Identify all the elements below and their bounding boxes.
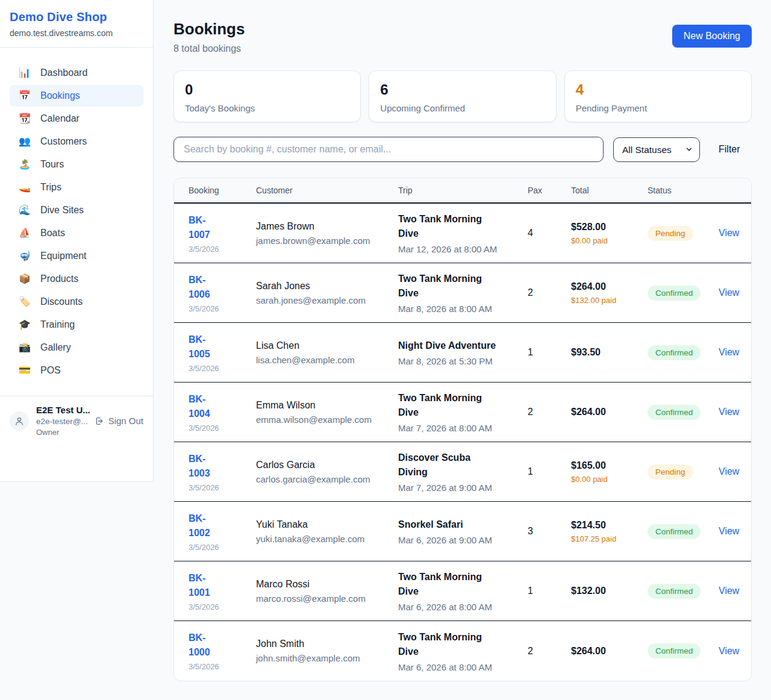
trip-cell: Two Tank Morning Dive Mar 8, 2026 at 8:0…	[398, 272, 528, 314]
customer-cell: Marco Rossi marco.rossi@example.com	[256, 579, 398, 604]
status-cell: Confirmed	[648, 405, 719, 420]
view-link[interactable]: View	[719, 646, 739, 657]
sidebar-item-gallery[interactable]: 📸 Gallery	[10, 337, 143, 358]
sidebar-item-equipment[interactable]: 🤿 Equipment	[10, 245, 143, 267]
view-link[interactable]: View	[719, 347, 739, 358]
trip-name: Two Tank Morning Dive	[398, 272, 502, 301]
booking-id-link[interactable]: BK-1006	[189, 273, 227, 302]
total-cell: $132.00	[571, 586, 648, 596]
booking-cell: BK-1006 3/5/2026	[189, 273, 256, 313]
customer-name: Emma Wilson	[256, 400, 398, 411]
calendar-icon: 📆	[18, 114, 31, 123]
filter-row: All Statuses Filter	[173, 137, 752, 162]
sidebar-item-trips[interactable]: 🚤 Trips	[10, 177, 143, 198]
sidebar-item-bookings[interactable]: 📅 Bookings	[10, 85, 143, 107]
view-link[interactable]: View	[719, 228, 739, 239]
stats-row: 0 Today's Bookings 6 Upcoming Confirmed …	[173, 70, 752, 122]
sidebar-item-dashboard[interactable]: 📊 Dashboard	[10, 62, 143, 84]
trip-cell: Two Tank Morning Dive Mar 12, 2026 at 8:…	[398, 212, 528, 254]
column-header-pax: Pax	[528, 186, 571, 195]
filter-button[interactable]: Filter	[719, 144, 740, 155]
status-cell: Confirmed	[648, 643, 719, 658]
customer-cell: John Smith john.smith@example.com	[256, 639, 398, 663]
sidebar-item-boats[interactable]: ⛵ Boats	[10, 222, 143, 244]
logout-icon	[95, 416, 104, 426]
view-link[interactable]: View	[719, 466, 739, 477]
table-row: BK-1005 3/5/2026 Lisa Chen lisa.chen@exa…	[174, 323, 751, 383]
stat-card: 6 Upcoming Confirmed	[369, 70, 556, 122]
sidebar-item-calendar[interactable]: 📆 Calendar	[10, 108, 143, 130]
sidebar-item-products[interactable]: 📦 Products	[10, 268, 143, 290]
paid-amount: $0.00 paid	[571, 475, 624, 484]
booking-id-link[interactable]: BK-1000	[189, 631, 227, 660]
status-filter-select[interactable]: All Statuses	[613, 137, 700, 162]
table-row: BK-1007 3/5/2026 James Brown james.brown…	[174, 204, 751, 263]
total-cell: $214.50 $107.25 paid	[571, 520, 648, 543]
booking-cell: BK-1002 3/5/2026	[189, 511, 256, 552]
booking-date: 3/5/2026	[189, 245, 256, 254]
pax-cell: 3	[528, 526, 571, 537]
sidebar-item-label: Calendar	[40, 113, 80, 124]
total-amount: $165.00	[571, 460, 648, 471]
booking-cell: BK-1005 3/5/2026	[189, 333, 256, 373]
customer-cell: James Brown james.brown@example.com	[256, 221, 398, 246]
stat-value: 0	[185, 81, 349, 98]
trip-name: Two Tank Morning Dive	[398, 570, 502, 599]
page-title-block: Bookings 8 total bookings	[173, 20, 245, 54]
total-amount: $264.00	[571, 646, 648, 657]
trip-datetime: Mar 6, 2026 at 8:00 AM	[398, 602, 528, 612]
view-link[interactable]: View	[719, 407, 739, 417]
sidebar-item-pos[interactable]: 💳 POS	[10, 360, 143, 381]
sidebar-item-discounts[interactable]: 🏷️ Discounts	[10, 291, 143, 313]
sidebar-item-tours[interactable]: 🏝️ Tours	[10, 154, 143, 175]
sidebar-item-label: Bookings	[40, 90, 80, 101]
stat-label: Pending Payment	[576, 103, 740, 113]
user-section: E2E Test U... e2e-tester@... Owner Sign …	[0, 396, 153, 446]
status-cell: Confirmed	[648, 345, 719, 360]
search-input[interactable]	[173, 137, 604, 162]
wave-icon: 🌊	[18, 205, 31, 215]
customer-cell: Lisa Chen lisa.chen@example.com	[256, 340, 398, 365]
bar-chart-icon: 📊	[18, 68, 31, 78]
total-cell: $264.00	[571, 646, 648, 657]
sidebar-item-label: Boats	[40, 228, 65, 239]
customer-email: sarah.jones@example.com	[256, 295, 398, 305]
trip-datetime: Mar 8, 2026 at 8:00 AM	[398, 304, 528, 314]
booking-id-link[interactable]: BK-1007	[189, 213, 227, 242]
pax-cell: 4	[528, 228, 571, 239]
view-link[interactable]: View	[719, 526, 739, 537]
booking-id-link[interactable]: BK-1001	[189, 571, 227, 600]
table-row: BK-1000 3/5/2026 John Smith john.smith@e…	[174, 621, 751, 681]
sidebar-item-customers[interactable]: 👥 Customers	[10, 131, 143, 152]
customer-cell: Sarah Jones sarah.jones@example.com	[256, 281, 398, 305]
booking-id-link[interactable]: BK-1004	[189, 392, 227, 421]
customer-cell: Yuki Tanaka yuki.tanaka@example.com	[256, 519, 398, 544]
pax-cell: 1	[528, 466, 571, 477]
status-badge: Pending	[648, 464, 693, 480]
brand-name[interactable]: Demo Dive Shop	[10, 10, 143, 24]
customers-icon: 👥	[18, 137, 31, 146]
booking-date: 3/5/2026	[189, 483, 256, 492]
trip-name: Two Tank Morning Dive	[398, 212, 502, 241]
booking-id-link[interactable]: BK-1002	[189, 511, 227, 540]
trip-datetime: Mar 8, 2026 at 5:30 PM	[398, 356, 528, 366]
total-amount: $132.00	[571, 586, 648, 596]
credit-card-icon: 💳	[18, 366, 31, 375]
total-amount: $93.50	[571, 347, 648, 358]
trip-name: Discover Scuba Diving	[398, 451, 502, 480]
new-booking-button[interactable]: New Booking	[672, 25, 752, 48]
total-amount: $528.00	[571, 222, 648, 233]
booking-id-link[interactable]: BK-1005	[189, 333, 227, 361]
customer-name: John Smith	[256, 639, 398, 649]
trip-cell: Night Dive Adventure Mar 8, 2026 at 5:30…	[398, 339, 528, 366]
booking-date: 3/5/2026	[189, 602, 256, 611]
sidebar-item-training[interactable]: 🎓 Training	[10, 314, 143, 336]
view-link[interactable]: View	[719, 287, 739, 298]
sidebar-nav: 📊 Dashboard 📅 Bookings 📆 Calendar 👥 Cust…	[0, 48, 153, 389]
sign-out-button[interactable]: Sign Out	[95, 416, 143, 426]
view-link[interactable]: View	[719, 586, 739, 596]
sidebar-item-label: Tours	[40, 159, 64, 170]
customer-name: Lisa Chen	[256, 340, 398, 351]
booking-id-link[interactable]: BK-1003	[189, 452, 227, 481]
sidebar-item-dive-sites[interactable]: 🌊 Dive Sites	[10, 199, 143, 221]
